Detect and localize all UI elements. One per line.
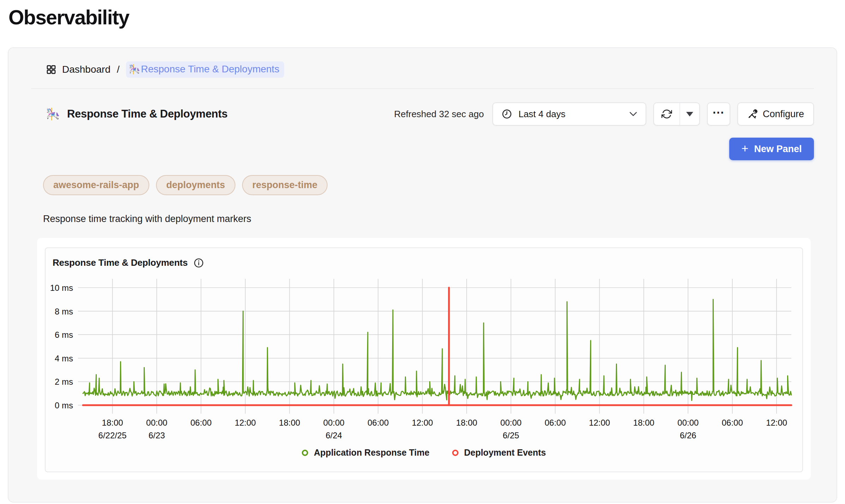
svg-text:18:00: 18:00 <box>279 418 300 427</box>
header-controls: Refreshed 32 sec ago Last 4 days <box>394 102 814 126</box>
tag-deployments[interactable]: deployments <box>156 175 235 195</box>
svg-text:06:00: 06:00 <box>545 418 566 427</box>
response-time-chart[interactable]: 18:006/22/2500:006/2306:0012:0018:0000:0… <box>50 274 798 447</box>
chevron-down-icon <box>629 112 637 116</box>
svg-text:06:00: 06:00 <box>367 418 389 427</box>
svg-text:12:00: 12:00 <box>412 418 433 427</box>
chart-legend: Application Response Time Deployment Eve… <box>46 448 802 458</box>
svg-text:00:00: 00:00 <box>501 418 522 427</box>
refresh-icon <box>661 109 672 119</box>
breadcrumb-current-chip[interactable]: 🎠 Response Time & Deployments <box>126 61 284 78</box>
new-panel-row: + New Panel <box>31 138 814 160</box>
svg-text:8 ms: 8 ms <box>55 307 73 316</box>
breadcrumb-current-label: Response Time & Deployments <box>141 64 279 75</box>
svg-text:12:00: 12:00 <box>589 418 610 427</box>
svg-text:6/25: 6/25 <box>503 431 519 440</box>
grid-icon <box>46 64 56 75</box>
tools-icon <box>747 109 758 119</box>
new-panel-label: New Panel <box>754 144 802 155</box>
tag-response-time[interactable]: response-time <box>242 175 328 195</box>
plus-icon: + <box>742 142 749 155</box>
ellipsis-icon: ⋯ <box>712 105 725 119</box>
svg-text:00:00: 00:00 <box>677 418 699 427</box>
svg-text:06:00: 06:00 <box>722 418 743 427</box>
svg-text:18:00: 18:00 <box>102 418 123 427</box>
tag-list: awesome-rails-app deployments response-t… <box>43 175 814 195</box>
time-range-value: Last 4 days <box>519 109 565 120</box>
svg-text:2 ms: 2 ms <box>55 377 73 386</box>
svg-text:4 ms: 4 ms <box>55 354 73 363</box>
breadcrumb-dashboard-label: Dashboard <box>62 64 110 75</box>
svg-text:00:00: 00:00 <box>146 418 167 427</box>
refresh-options-button[interactable] <box>679 103 699 125</box>
more-options-button[interactable]: ⋯ <box>707 102 730 126</box>
time-range-dropdown[interactable]: Last 4 days <box>492 102 646 126</box>
svg-text:00:00: 00:00 <box>323 418 344 427</box>
panel-header: 🎠 Response Time & Deployments Refreshed … <box>46 102 814 126</box>
caret-down-icon <box>686 112 693 116</box>
info-icon[interactable] <box>193 258 204 268</box>
refresh-button[interactable] <box>654 103 679 125</box>
legend-label-deployment-events: Deployment Events <box>464 448 546 458</box>
configure-label: Configure <box>763 109 804 120</box>
configure-button[interactable]: Configure <box>737 102 814 126</box>
svg-text:12:00: 12:00 <box>766 418 787 427</box>
chart-panel: Response Time & Deployments 18:006/22/25… <box>45 247 803 472</box>
legend-swatch-green-ring <box>302 450 308 456</box>
svg-text:10 ms: 10 ms <box>50 283 73 293</box>
panel-title: Response Time & Deployments <box>67 108 228 120</box>
svg-text:6/26: 6/26 <box>680 431 696 440</box>
legend-swatch-red-ring <box>452 450 459 456</box>
dashboard-card: Dashboard / 🎠 Response Time & Deployment… <box>8 47 837 503</box>
legend-label-response-time: Application Response Time <box>314 448 429 458</box>
chart-container: Response Time & Deployments 18:006/22/25… <box>37 238 811 480</box>
chart-title-row: Response Time & Deployments <box>53 257 802 268</box>
refreshed-status: Refreshed 32 sec ago <box>394 109 484 120</box>
breadcrumb-dashboard-link[interactable]: Dashboard <box>46 64 110 75</box>
svg-text:6/24: 6/24 <box>325 431 342 440</box>
svg-text:6 ms: 6 ms <box>55 330 73 340</box>
svg-text:6/22/25: 6/22/25 <box>98 431 127 440</box>
chart-title: Response Time & Deployments <box>53 257 188 268</box>
svg-text:18:00: 18:00 <box>633 418 654 427</box>
svg-text:0 ms: 0 ms <box>55 401 73 410</box>
clock-icon <box>502 109 512 119</box>
breadcrumb: Dashboard / 🎠 Response Time & Deployment… <box>46 61 814 78</box>
legend-item-response-time[interactable]: Application Response Time <box>302 448 429 458</box>
svg-text:12:00: 12:00 <box>235 418 256 427</box>
svg-text:06:00: 06:00 <box>190 418 211 427</box>
carousel-horse-icon: 🎠 <box>129 64 140 75</box>
refresh-split-button <box>653 102 700 126</box>
breadcrumb-divider <box>31 88 814 89</box>
svg-text:6/23: 6/23 <box>149 431 165 440</box>
new-panel-button[interactable]: + New Panel <box>729 138 814 160</box>
breadcrumb-separator: / <box>117 64 120 75</box>
svg-text:18:00: 18:00 <box>456 418 477 427</box>
tag-awesome-rails-app[interactable]: awesome-rails-app <box>43 175 149 195</box>
carousel-horse-icon: 🎠 <box>46 107 60 121</box>
legend-item-deployment-events[interactable]: Deployment Events <box>452 448 546 458</box>
panel-description: Response time tracking with deployment m… <box>43 214 814 224</box>
page-title: Observability <box>8 6 845 29</box>
